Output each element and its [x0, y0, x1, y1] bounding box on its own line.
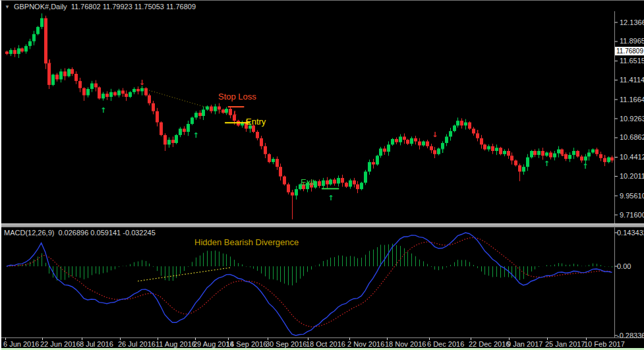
candle-body [125, 94, 128, 97]
time-axis-label: 26 Jul 2016 [118, 340, 156, 348]
candle-body [98, 88, 101, 99]
price-axis-label: 9.71600 [620, 211, 644, 219]
price-axis-label: 9.95610 [620, 192, 644, 200]
candle-body [545, 152, 548, 156]
ohlc-values: 11.76802 11.79923 11.75053 11.76809 [71, 3, 196, 11]
price-axis-label: 11.16640 [620, 96, 644, 103]
candle-body [584, 156, 587, 160]
candle-body [522, 167, 525, 171]
time-axis-label: 22 Jun 2016 [40, 340, 80, 348]
time-axis-label: 6 Dec 2016 [427, 340, 464, 348]
candle-body [260, 138, 263, 146]
panel-separator[interactable] [1, 223, 644, 227]
candle-body [422, 142, 425, 146]
macd-axis-label: 0.143432 [617, 229, 644, 237]
candle-body [256, 132, 259, 138]
buy-arrow-icon: ↑ [544, 160, 550, 168]
sell-arrow-icon: ↓ [432, 131, 438, 139]
candle-body [214, 106, 217, 111]
price-axis-label: 10.44120 [620, 153, 644, 161]
candle-body [20, 48, 24, 51]
time-axis-label: 9 Jan 2017 [507, 340, 542, 348]
candle-body [51, 74, 55, 85]
candle-body [183, 129, 186, 132]
candle-body [71, 69, 74, 74]
candle-body [194, 113, 198, 117]
candle-body [160, 123, 163, 135]
candle-body [356, 185, 359, 189]
candle-body [580, 156, 583, 160]
candle-body [483, 144, 486, 149]
candle-body [530, 151, 533, 158]
sell-arrow-icon: ↓ [475, 129, 481, 137]
candle-body [379, 148, 382, 156]
candle-body [326, 181, 329, 185]
candle-body [526, 158, 529, 167]
candle-body [391, 139, 394, 144]
candle-body [276, 159, 279, 167]
chart-canvas[interactable]: ↑↓↑↓↑↓↑↓↑↓↑↓↑↓ [1, 1, 644, 350]
divergence-label[interactable]: Hidden Bearish Divergence [194, 237, 299, 247]
stop-loss-label[interactable]: Stop Loss [218, 92, 256, 102]
candle-body [287, 185, 290, 192]
candle-body [460, 121, 463, 125]
price-axis-label: 10.92630 [620, 115, 644, 123]
candle-body [225, 109, 228, 113]
candle-body [17, 48, 20, 53]
price-axis-label: 11.65150 [620, 57, 644, 65]
candle-body [175, 135, 178, 143]
candle-body [44, 18, 47, 64]
candle-body [264, 146, 267, 154]
candle-body [218, 106, 221, 109]
candle-body [113, 92, 117, 96]
candle-body [360, 183, 363, 189]
time-axis-label: 22 Dec 2016 [469, 340, 510, 348]
candle-body [341, 178, 344, 183]
buy-arrow-icon: ↑ [440, 146, 446, 155]
exit-label[interactable]: Exit [301, 177, 315, 187]
candle-body [318, 181, 321, 186]
candle-body [595, 150, 599, 154]
sell-arrow-icon: ↓ [139, 78, 145, 87]
entry-label[interactable]: Entry [246, 117, 266, 127]
candle-body [480, 138, 483, 145]
candle-body [537, 151, 541, 155]
candle-body [152, 103, 155, 111]
candle-body [117, 90, 121, 95]
candle-body [94, 83, 98, 87]
candle-body [383, 148, 386, 152]
candle-body [364, 171, 367, 183]
candle-body [47, 63, 51, 85]
candle-body [198, 113, 202, 116]
candle-body [533, 151, 537, 155]
candle-body [403, 136, 406, 140]
candle-body [5, 51, 9, 54]
candle-body [63, 71, 67, 76]
time-axis-label: 14 Sep 2016 [226, 340, 267, 348]
candle-body [187, 124, 190, 132]
candle-body [102, 94, 105, 98]
collapse-triangle-icon[interactable]: ▼ [5, 4, 10, 10]
candle-body [453, 125, 456, 131]
price-axis-label: 11.89650 [620, 37, 644, 45]
buy-arrow-icon: ↑ [328, 194, 334, 202]
macd-axis-label: -0.283367 [617, 332, 644, 339]
candle-body [349, 181, 352, 187]
candle-body [464, 123, 467, 126]
candle-body [291, 192, 294, 196]
candle-body [156, 111, 159, 123]
symbol-timeframe-label: GBPNOK#,Daily [14, 3, 67, 11]
candle-body [171, 140, 175, 143]
candle-body [510, 156, 513, 160]
candle-body [376, 156, 379, 164]
time-axis-label: 10 Feb 2017 [584, 340, 625, 348]
candle-body [210, 106, 213, 111]
price-axis-label: 12.13660 [620, 18, 644, 26]
candle-body [345, 183, 348, 187]
candle-body [418, 142, 421, 146]
candle-body [132, 89, 136, 92]
candle-body [167, 140, 171, 144]
time-axis-label: 6 Jun 2016 [3, 340, 39, 348]
candle-body [445, 136, 448, 143]
candle-body [395, 139, 398, 142]
